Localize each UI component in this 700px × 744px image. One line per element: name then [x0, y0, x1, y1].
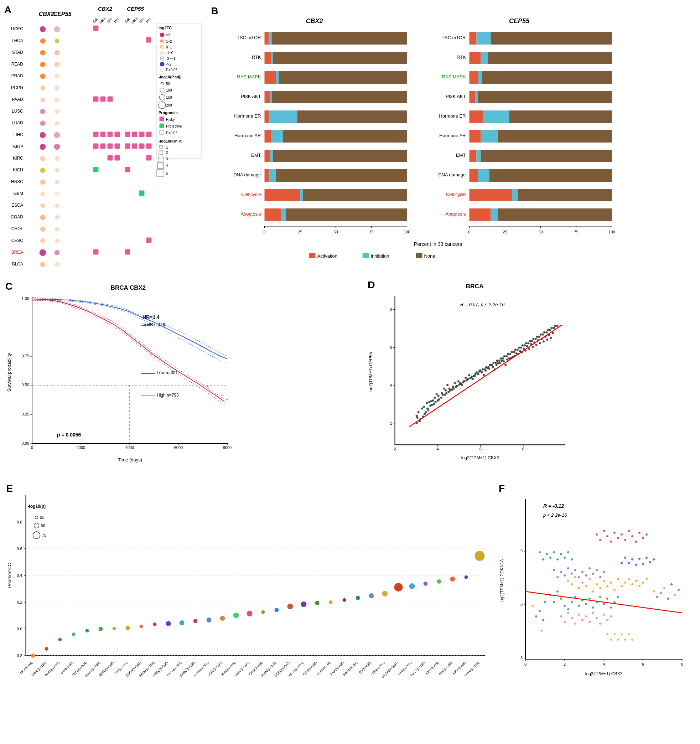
svg-text:OS: OS	[92, 17, 99, 24]
svg-point-698	[635, 564, 637, 566]
svg-point-372	[465, 376, 467, 379]
svg-point-434	[554, 324, 556, 327]
svg-point-665	[599, 622, 601, 625]
svg-point-47	[40, 109, 45, 114]
svg-point-624	[567, 608, 569, 610]
svg-point-520	[315, 601, 320, 605]
svg-rect-189	[300, 189, 303, 201]
svg-rect-190	[303, 189, 407, 201]
svg-point-396	[551, 332, 554, 334]
svg-point-610	[617, 578, 619, 580]
svg-text:0~1: 0~1	[166, 45, 172, 49]
svg-point-614	[631, 583, 633, 585]
svg-point-654	[560, 615, 562, 618]
svg-point-61	[41, 192, 45, 196]
svg-rect-244	[498, 208, 612, 221]
svg-text:None: None	[424, 253, 435, 259]
svg-point-599	[578, 587, 580, 589]
panel-b: B CBX2 CEP55 TSC mTOR RTK RAS MAPK PI3K …	[203, 4, 696, 274]
svg-point-600	[581, 582, 584, 584]
svg-text:TSC mTOR: TSC mTOR	[442, 35, 466, 40]
svg-point-530	[450, 577, 455, 582]
svg-text:CBX2: CBX2	[306, 18, 323, 25]
svg-rect-81	[101, 132, 106, 137]
svg-text:DSS: DSS	[98, 16, 107, 25]
panel-a-label: A	[4, 4, 11, 16]
svg-rect-86	[139, 132, 144, 137]
svg-rect-220	[488, 52, 612, 64]
svg-point-442	[433, 403, 435, 405]
svg-text:1~2: 1~2	[166, 40, 172, 43]
svg-point-424	[518, 346, 520, 348]
svg-point-72	[55, 250, 59, 255]
svg-point-473	[545, 331, 547, 333]
svg-point-596	[567, 580, 569, 582]
svg-point-362	[539, 342, 541, 344]
svg-text:GBM(n=159): GBM(n=159)	[302, 661, 318, 676]
svg-text:50: 50	[41, 524, 45, 528]
svg-point-51	[40, 132, 46, 138]
svg-point-634	[603, 603, 605, 605]
svg-text:PAAD: PAAD	[12, 97, 23, 102]
svg-text:4: 4	[390, 383, 392, 387]
svg-point-598	[574, 576, 577, 578]
svg-point-454	[477, 373, 479, 375]
svg-point-688	[553, 551, 555, 554]
svg-text:RAS MAPK: RAS MAPK	[442, 74, 466, 79]
svg-point-463	[509, 353, 511, 355]
svg-text:HR=1.4: HR=1.4	[143, 314, 160, 320]
svg-rect-192	[282, 208, 286, 221]
svg-rect-104	[125, 249, 130, 254]
svg-text:Cell cycle: Cell cycle	[446, 192, 466, 197]
svg-rect-148	[158, 162, 163, 168]
svg-text:KIRC: KIRC	[13, 156, 23, 161]
svg-rect-88	[93, 144, 98, 149]
svg-text:PI3K AKT: PI3K AKT	[241, 94, 261, 99]
svg-text:Activation: Activation	[317, 253, 337, 259]
svg-point-457	[487, 366, 489, 368]
svg-rect-261	[416, 253, 422, 258]
svg-text:0.00: 0.00	[22, 441, 29, 445]
svg-point-475	[553, 327, 555, 329]
svg-rect-102	[146, 238, 152, 243]
svg-text:UVM(n=80): UVM(n=80)	[60, 661, 74, 675]
svg-text:OV(n=498): OV(n=498)	[358, 661, 372, 674]
svg-point-612	[624, 582, 626, 584]
svg-text:25: 25	[298, 230, 302, 234]
svg-point-427	[529, 340, 531, 342]
svg-point-639	[553, 569, 555, 571]
svg-rect-183	[270, 150, 273, 162]
svg-text:KICH: KICH	[13, 167, 23, 173]
svg-rect-171	[276, 71, 279, 84]
svg-text:Hormone AR: Hormone AR	[439, 133, 465, 138]
svg-rect-178	[297, 110, 407, 123]
panel-f-label: F	[499, 483, 505, 494]
svg-point-523	[356, 596, 360, 600]
svg-point-426	[525, 342, 527, 344]
svg-text:25: 25	[503, 230, 507, 234]
svg-point-503	[86, 629, 89, 632]
svg-point-572	[33, 532, 40, 539]
svg-text:LUAD: LUAD	[12, 121, 23, 125]
svg-rect-224	[470, 91, 475, 103]
svg-text:8: 8	[390, 307, 392, 311]
panel-e-label: E	[6, 483, 13, 494]
svg-rect-259	[363, 253, 369, 258]
svg-point-55	[40, 156, 45, 161]
svg-text:READ: READ	[11, 62, 24, 67]
svg-point-696	[628, 562, 630, 564]
svg-point-42	[55, 74, 59, 78]
svg-point-664	[596, 617, 598, 619]
svg-point-67	[40, 227, 45, 232]
svg-text:BRCA: BRCA	[466, 283, 484, 290]
svg-point-629	[585, 603, 587, 605]
svg-text:p = 0.0056: p = 0.0056	[57, 432, 81, 437]
svg-point-519	[301, 601, 307, 607]
svg-text:log2FC: log2FC	[159, 26, 172, 30]
svg-rect-95	[146, 144, 152, 149]
svg-point-501	[58, 638, 62, 641]
svg-point-667	[606, 619, 608, 621]
svg-point-119	[161, 58, 163, 59]
svg-rect-215	[470, 32, 477, 45]
svg-text:DFI: DFI	[106, 17, 113, 24]
